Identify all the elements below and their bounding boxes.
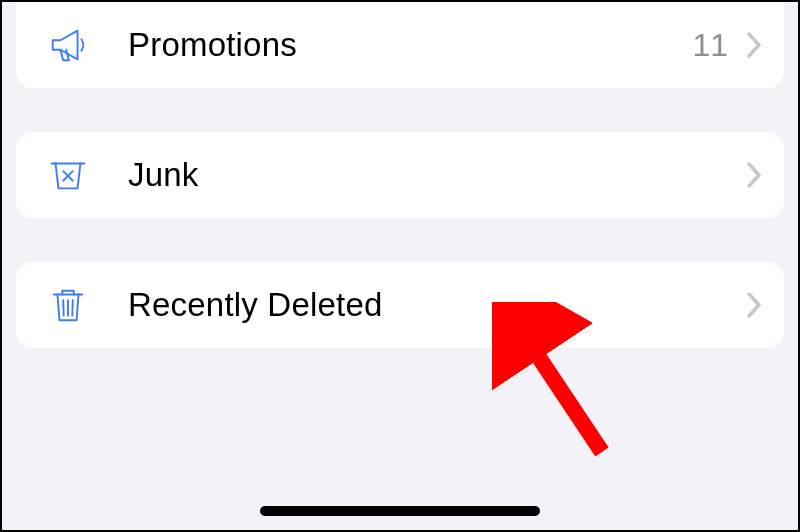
mailbox-count: 11 (692, 27, 728, 64)
trash-icon (44, 281, 92, 329)
chevron-right-icon (746, 291, 762, 319)
mailbox-label: Recently Deleted (128, 286, 746, 324)
mailbox-row-recently-deleted[interactable]: Recently Deleted (16, 262, 784, 348)
chevron-right-icon (746, 161, 762, 189)
mailbox-label: Promotions (128, 26, 692, 64)
mailbox-label: Junk (128, 156, 746, 194)
home-indicator[interactable] (260, 506, 540, 516)
mailbox-row-junk[interactable]: Junk (16, 132, 784, 218)
junk-bin-icon (44, 151, 92, 199)
chevron-right-icon (746, 31, 762, 59)
megaphone-icon (44, 21, 92, 69)
mailbox-group-junk: Junk (16, 132, 784, 218)
mailbox-row-promotions[interactable]: Promotions 11 (16, 2, 784, 88)
mailboxes-list: Promotions 11 Junk (2, 2, 798, 348)
mailbox-group-promotions: Promotions 11 (16, 2, 784, 88)
mailbox-group-recently-deleted: Recently Deleted (16, 262, 784, 348)
svg-line-0 (522, 332, 602, 452)
